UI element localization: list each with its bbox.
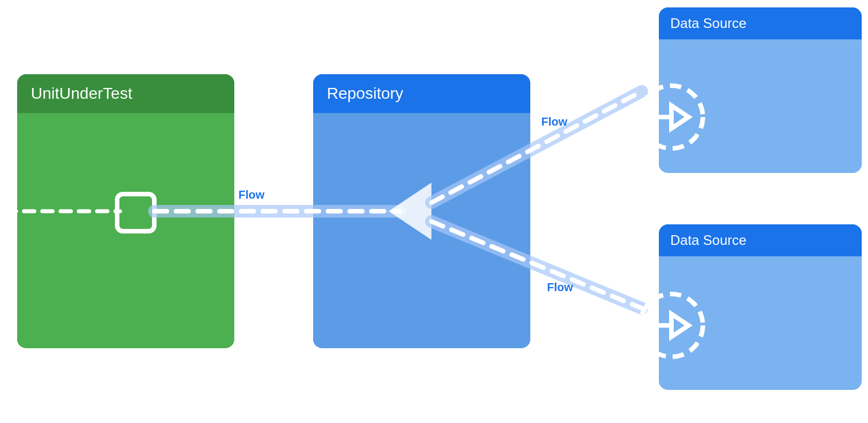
flow-label-unit-repo: Flow [238,188,265,201]
repo-triangle-icon [389,183,431,240]
flow-dashed-top [431,91,642,203]
flow-label-top: Flow [541,115,567,128]
datasource-bottom-arrow [671,314,689,337]
datasource-top-arrow [671,106,689,128]
diagram-svg: .dashed-line { stroke: #ffffff; stroke-w… [0,0,868,423]
diagram-container: UnitUnderTest Repository Data Source Dat… [0,0,868,423]
flow-dashed-bottom [431,221,642,308]
flow-label-bottom: Flow [547,281,573,293]
